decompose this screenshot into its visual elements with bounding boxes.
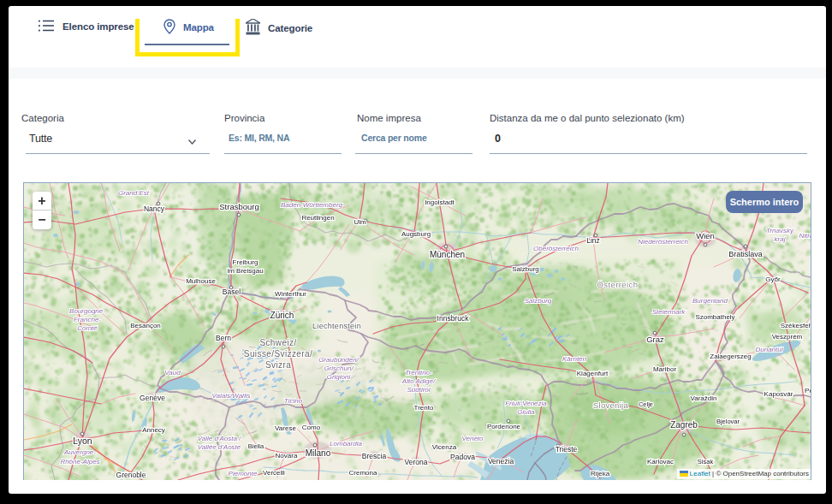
svg-text:Celje: Celje bbox=[639, 400, 653, 408]
svg-text:Besançon: Besançon bbox=[130, 322, 161, 329]
svg-text:Grigioni: Grigioni bbox=[327, 373, 351, 381]
svg-text:Sisak: Sisak bbox=[698, 458, 714, 465]
svg-text:Genève: Genève bbox=[140, 394, 165, 402]
svg-text:im Breisgau: im Breisgau bbox=[227, 267, 263, 275]
svg-text:Ingolstadt: Ingolstadt bbox=[425, 199, 455, 206]
svg-text:Trnavský: Trnavský bbox=[766, 227, 794, 234]
svg-text:Bratislava: Bratislava bbox=[728, 250, 763, 258]
svg-text:Graz: Graz bbox=[646, 335, 664, 344]
svg-text:Reutlingen: Reutlingen bbox=[301, 214, 334, 222]
svg-text:Ulm: Ulm bbox=[354, 218, 366, 226]
svg-text:Klagenfurt: Klagenfurt bbox=[577, 370, 609, 377]
svg-text:Comté: Comté bbox=[77, 324, 98, 332]
svg-text:Oberösterreich: Oberösterreich bbox=[533, 245, 579, 252]
svg-text:Trento: Trento bbox=[414, 404, 434, 412]
svg-text:Lombardia: Lombardia bbox=[330, 440, 362, 448]
svg-text:Venezia: Venezia bbox=[488, 457, 514, 465]
svg-text:Baden-Württemberg: Baden-Württemberg bbox=[281, 201, 343, 209]
svg-text:Zürich: Zürich bbox=[270, 311, 294, 320]
svg-text:Österreich: Österreich bbox=[597, 280, 639, 289]
svg-text:Wien: Wien bbox=[696, 231, 715, 240]
svg-text:Niederösterreich: Niederösterreich bbox=[638, 238, 688, 246]
svg-text:Győr: Győr bbox=[765, 276, 781, 283]
svg-text:Varese: Varese bbox=[275, 424, 296, 432]
svg-text:Veneto: Veneto bbox=[461, 435, 484, 442]
svg-text:Steiermark: Steiermark bbox=[652, 308, 686, 316]
svg-text:Basel: Basel bbox=[223, 288, 241, 296]
svg-text:Pordenone: Pordenone bbox=[487, 423, 521, 430]
svg-text:Péc: Péc bbox=[805, 387, 811, 394]
svg-text:Franche-: Franche- bbox=[74, 316, 101, 323]
svg-text:Innsbruck: Innsbruck bbox=[437, 314, 470, 323]
svg-text:Szombathely: Szombathely bbox=[695, 313, 734, 321]
svg-text:Padova: Padova bbox=[450, 453, 475, 461]
svg-text:Nitrian: Nitrian bbox=[799, 232, 811, 240]
svg-text:Linz: Linz bbox=[586, 236, 600, 245]
svg-text:Graubünden/: Graubünden/ bbox=[318, 356, 359, 364]
svg-text:Kärnten: Kärnten bbox=[562, 355, 587, 363]
svg-text:Brescia: Brescia bbox=[362, 452, 387, 460]
svg-text:Kaposvár: Kaposvár bbox=[764, 390, 793, 398]
svg-text:Schweiz/: Schweiz/ bbox=[259, 338, 296, 347]
svg-text:Strasbourg: Strasbourg bbox=[219, 202, 259, 211]
svg-text:Valais/Wallis: Valais/Wallis bbox=[212, 392, 251, 400]
svg-text:Liechtenstein: Liechtenstein bbox=[312, 322, 361, 330]
svg-text:Suisse/Svizzera/: Suisse/Svizzera/ bbox=[244, 349, 312, 359]
svg-text:kraj: kraj bbox=[775, 235, 786, 243]
svg-text:Vallée d'Aoste: Vallée d'Aoste bbox=[198, 443, 241, 451]
svg-text:Lyon: Lyon bbox=[73, 436, 92, 446]
svg-text:Winterthur: Winterthur bbox=[275, 290, 306, 298]
svg-text:Vaud: Vaud bbox=[164, 369, 181, 377]
svg-text:Trieste: Trieste bbox=[556, 445, 578, 454]
svg-text:Mulhouse: Mulhouse bbox=[186, 277, 216, 285]
svg-text:Varaždin: Varaždin bbox=[691, 394, 717, 402]
svg-text:Friuli-Venezia: Friuli-Venezia bbox=[505, 400, 547, 407]
svg-text:Trentino-: Trentino- bbox=[405, 369, 432, 377]
svg-text:Rijeka: Rijeka bbox=[591, 470, 610, 477]
svg-text:Piemonte: Piemonte bbox=[229, 470, 258, 477]
svg-text:Vercelli: Vercelli bbox=[263, 469, 285, 477]
svg-text:Maribor: Maribor bbox=[653, 365, 676, 373]
svg-text:Biella: Biella bbox=[248, 442, 264, 450]
svg-text:Grenoble: Grenoble bbox=[116, 471, 146, 479]
svg-text:Székesfehérv: Székesfehérv bbox=[781, 322, 811, 329]
svg-text:Grand Est: Grand Est bbox=[118, 189, 150, 197]
svg-text:Rhône-Alpes: Rhône-Alpes bbox=[60, 458, 99, 465]
svg-text:Burgenland: Burgenland bbox=[692, 297, 728, 305]
svg-text:Ticino: Ticino bbox=[284, 397, 303, 405]
svg-text:Bern: Bern bbox=[216, 334, 231, 342]
svg-text:Veszprém: Veszprém bbox=[772, 333, 803, 341]
svg-text:Novara: Novara bbox=[276, 452, 298, 460]
svg-text:Alto Adige/: Alto Adige/ bbox=[401, 377, 436, 385]
svg-text:Zalaegerszeg: Zalaegerszeg bbox=[710, 353, 751, 360]
svg-text:Bourgogne-: Bourgogne- bbox=[69, 307, 105, 315]
svg-text:Slovenija: Slovenija bbox=[593, 400, 629, 410]
svg-text:Grischun/: Grischun/ bbox=[324, 365, 354, 372]
svg-text:Dunántúl: Dunántúl bbox=[755, 346, 782, 353]
svg-text:München: München bbox=[430, 250, 465, 259]
svg-text:Annecy: Annecy bbox=[142, 426, 165, 434]
svg-text:Verona: Verona bbox=[405, 458, 428, 466]
svg-text:Vicenza: Vicenza bbox=[432, 443, 457, 451]
svg-text:Nancy: Nancy bbox=[144, 205, 165, 213]
svg-text:Salzburg: Salzburg bbox=[512, 265, 539, 273]
svg-text:Salzburg: Salzburg bbox=[525, 297, 552, 305]
svg-text:Valle d'Aosta /: Valle d'Aosta / bbox=[198, 435, 241, 442]
svg-text:Bjelovar: Bjelovar bbox=[716, 418, 740, 425]
svg-text:Auvergne-: Auvergne- bbox=[63, 448, 96, 456]
svg-text:Freiburg: Freiburg bbox=[233, 258, 259, 266]
svg-text:Como: Como bbox=[302, 424, 321, 431]
svg-text:Augsburg: Augsburg bbox=[401, 230, 431, 238]
svg-text:Karlovac: Karlovac bbox=[647, 458, 674, 465]
svg-text:Südtirol: Südtirol bbox=[407, 386, 430, 394]
svg-text:Giulia: Giulia bbox=[517, 408, 535, 416]
svg-text:Zagreb: Zagreb bbox=[670, 420, 698, 430]
svg-text:Svizra: Svizra bbox=[265, 360, 291, 370]
svg-text:Milano: Milano bbox=[306, 448, 331, 458]
svg-text:Cremona: Cremona bbox=[349, 469, 377, 477]
